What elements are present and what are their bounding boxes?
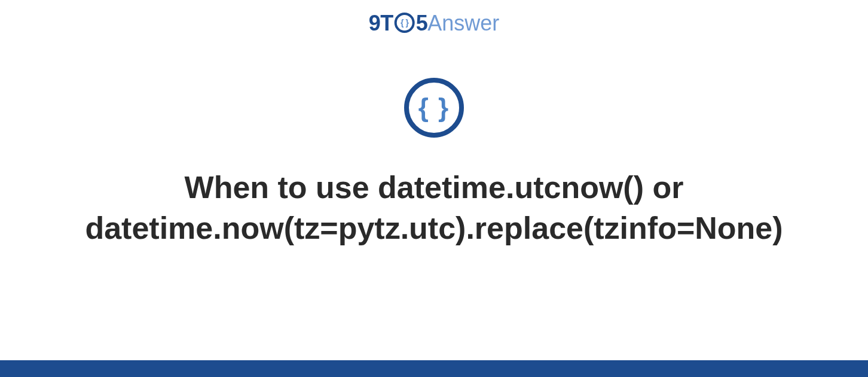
hero-section: { } When to use datetime.utcnow() or dat…	[0, 78, 868, 248]
footer-bar	[0, 360, 868, 377]
logo-part-9t: 9T	[369, 11, 393, 36]
question-title: When to use datetime.utcnow() or datetim…	[16, 168, 852, 248]
logo-part-5: 5	[416, 11, 428, 36]
logo-part-answer: Answer	[427, 11, 499, 36]
code-braces-icon: { }	[404, 78, 464, 138]
site-logo: 9T { } 5 Answer	[369, 11, 500, 36]
logo-braces-icon: { }	[395, 13, 415, 33]
